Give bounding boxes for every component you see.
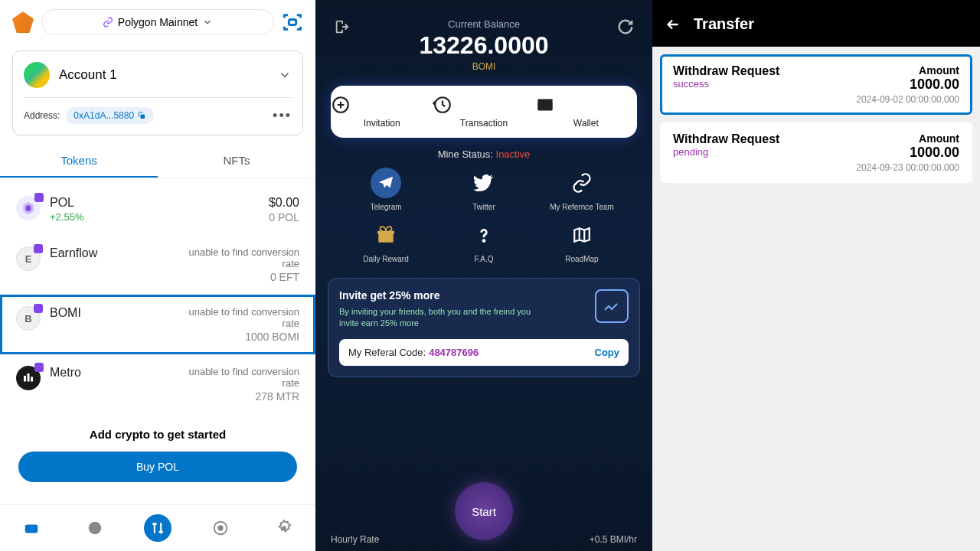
copy-icon bbox=[137, 111, 146, 120]
nav-browser[interactable] bbox=[207, 514, 234, 542]
amount-value: 1000.00 bbox=[856, 77, 959, 93]
nav-settings[interactable] bbox=[270, 514, 298, 542]
chain-badge-icon bbox=[34, 193, 44, 202]
rate-value: +0.5 BMI/hr bbox=[590, 534, 637, 545]
exit-icon[interactable] bbox=[334, 18, 351, 35]
svg-rect-2 bbox=[24, 376, 26, 382]
copy-button[interactable]: Copy bbox=[595, 347, 620, 358]
pol-icon bbox=[16, 196, 41, 220]
rate-row: Hourly Rate +0.5 BMI/hr bbox=[315, 534, 652, 545]
amount-label: Amount bbox=[856, 132, 959, 145]
svg-rect-4 bbox=[31, 377, 33, 382]
mine-label: Mine Status: bbox=[438, 148, 496, 160]
refresh-icon[interactable] bbox=[617, 18, 634, 35]
back-arrow-icon[interactable] bbox=[665, 16, 681, 33]
metro-icon bbox=[16, 366, 41, 390]
address-label: Address: bbox=[24, 110, 60, 121]
shortcut-faq[interactable]: F.A.Q bbox=[436, 220, 531, 264]
mine-status-row: Mine Status: Inactive bbox=[315, 148, 652, 160]
account-name: Account 1 bbox=[59, 67, 269, 83]
shortcut-reference-team[interactable]: My Refernce Team bbox=[534, 168, 629, 212]
history-icon bbox=[433, 95, 534, 115]
action-invitation[interactable]: Invitation bbox=[331, 95, 433, 129]
conversion-error: unable to find conversion rate bbox=[185, 306, 299, 329]
shortcut-roadmap[interactable]: RoadMap bbox=[534, 220, 629, 264]
balance-amount: 13226.0000 bbox=[419, 31, 548, 60]
wallet-icon bbox=[535, 95, 637, 115]
amount-label: Amount bbox=[856, 64, 959, 77]
date-value: 2024-09-02 00:00:00.000 bbox=[856, 94, 959, 105]
svg-rect-5 bbox=[25, 524, 38, 533]
token-name: Metro bbox=[50, 366, 175, 380]
address-chip[interactable]: 0xA1dA...5880 bbox=[66, 107, 154, 124]
token-amount: 1000 BOMI bbox=[185, 331, 299, 343]
nav-swap[interactable] bbox=[144, 514, 172, 542]
svg-rect-13 bbox=[537, 99, 553, 101]
token-amount: 0 POL bbox=[269, 211, 299, 223]
tab-nfts[interactable]: NFTs bbox=[158, 145, 315, 178]
transfer-card[interactable]: Withdraw Request success Amount 1000.00 … bbox=[660, 54, 972, 115]
metamask-fox-icon bbox=[12, 11, 34, 33]
nav-wallet[interactable] bbox=[18, 514, 45, 542]
conversion-error: unable to find conversion rate bbox=[185, 246, 299, 269]
token-amount: 278 MTR bbox=[185, 390, 299, 403]
mine-status: Inactive bbox=[496, 148, 531, 160]
buy-button[interactable]: Buy POL bbox=[18, 452, 297, 482]
token-change: +2.55% bbox=[50, 211, 260, 223]
token-list: POL +2.55% $0.00 0 POL E Earnflow unable… bbox=[0, 178, 315, 420]
balance-block: Current Balance 13226.0000 BOMI bbox=[419, 18, 548, 72]
action-bar: Invitation Transaction Wallet bbox=[331, 86, 637, 138]
account-row[interactable]: Account 1 bbox=[24, 62, 292, 88]
svg-rect-12 bbox=[537, 101, 553, 111]
bomi-app-panel: Current Balance 13226.0000 BOMI Invitati… bbox=[315, 0, 652, 551]
amount-value: 1000.00 bbox=[856, 145, 959, 161]
svg-point-16 bbox=[483, 240, 485, 242]
header: Current Balance 13226.0000 BOMI bbox=[315, 0, 652, 75]
nav-activity[interactable] bbox=[81, 514, 109, 542]
shortcut-twitter[interactable]: Twitter bbox=[436, 168, 531, 212]
token-amount: 0 EFT bbox=[185, 271, 299, 283]
conversion-error: unable to find conversion rate bbox=[185, 366, 299, 389]
token-row[interactable]: E Earnflow unable to find conversion rat… bbox=[0, 235, 315, 295]
invite-title: Invite get 25% more bbox=[339, 289, 629, 302]
tab-tokens[interactable]: Tokens bbox=[0, 145, 158, 178]
invite-card: Invite get 25% more By inviting your fri… bbox=[328, 278, 640, 377]
shortcut-telegram[interactable]: Telegram bbox=[338, 168, 433, 212]
network-selector[interactable]: Polygon Mainnet bbox=[41, 9, 274, 35]
chain-link-icon bbox=[103, 17, 113, 28]
token-row[interactable]: B BOMI unable to find conversion rate 10… bbox=[0, 295, 315, 354]
status-badge: pending bbox=[673, 146, 779, 158]
header: Polygon Mainnet bbox=[0, 0, 315, 44]
add-crypto-heading: Add crypto to get started bbox=[0, 420, 315, 448]
referral-code: 484787696 bbox=[429, 347, 479, 358]
chevron-down-icon bbox=[278, 68, 292, 82]
transfer-panel: Transfer Withdraw Request success Amount… bbox=[652, 0, 980, 551]
address-row: Address: 0xA1dA...5880 ••• bbox=[24, 107, 292, 124]
svg-rect-0 bbox=[289, 20, 296, 25]
action-wallet[interactable]: Wallet bbox=[535, 95, 637, 129]
more-menu[interactable]: ••• bbox=[273, 108, 292, 124]
address-value: 0xA1dA...5880 bbox=[74, 110, 134, 121]
chain-badge-icon bbox=[34, 363, 44, 372]
action-transaction[interactable]: Transaction bbox=[433, 95, 534, 129]
divider bbox=[24, 97, 292, 98]
token-fiat: $0.00 bbox=[269, 196, 299, 210]
token-name: BOMI bbox=[50, 306, 175, 320]
token-name: POL bbox=[50, 196, 260, 210]
balance-label: Current Balance bbox=[419, 18, 548, 30]
bomi-icon: B bbox=[16, 306, 41, 331]
network-name: Polygon Mainnet bbox=[118, 16, 198, 28]
transfer-card[interactable]: Withdraw Request pending Amount 1000.00 … bbox=[660, 122, 972, 183]
token-row[interactable]: POL +2.55% $0.00 0 POL bbox=[0, 184, 315, 235]
metamask-panel: Polygon Mainnet Account 1 Address: 0xA1d… bbox=[0, 0, 315, 551]
svg-point-6 bbox=[88, 522, 101, 535]
scan-qr-icon[interactable] bbox=[282, 11, 303, 33]
bottom-nav bbox=[0, 504, 315, 551]
token-row[interactable]: Metro unable to find conversion rate 278… bbox=[0, 354, 315, 414]
balance-symbol: BOMI bbox=[419, 61, 548, 72]
token-name: Earnflow bbox=[50, 246, 175, 260]
start-button[interactable]: Start bbox=[455, 482, 513, 540]
referral-label: My Referal Code: bbox=[348, 347, 426, 358]
shortcut-daily-reward[interactable]: Daily Reward bbox=[338, 220, 433, 264]
chart-icon bbox=[595, 289, 629, 323]
